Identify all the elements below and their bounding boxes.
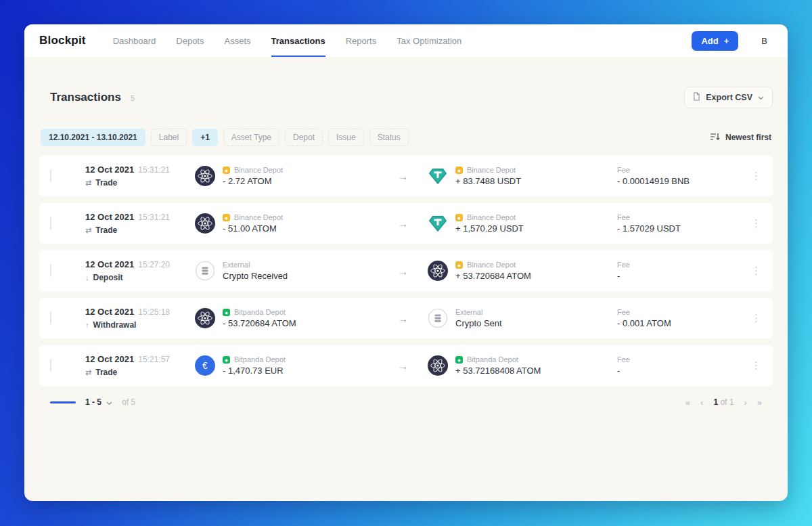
fee-value: - 1.57029 USDT [617,223,748,234]
chevron-down-icon [106,398,112,408]
row-menu-button[interactable]: ⋮ [748,217,765,229]
destination-depot-provider-icon: ◆ [455,167,463,174]
nav-item-label: Transactions [271,36,325,46]
last-page-button[interactable]: » [757,397,762,408]
destination-depot-line: ◆ Binance Depot [455,213,524,221]
fee-cell: Fee - [617,261,748,281]
destination-coin-icon: € [428,213,448,234]
nav-item-label: Dashboard [113,36,156,46]
atom-icon [195,308,215,328]
filter-chip[interactable]: Issue ✕ [328,129,364,146]
destination-amount: + 53.720684 ATOM [455,271,531,281]
source-coin-icon: € [195,213,215,234]
row-checkbox[interactable] [50,359,51,372]
filter-chip-label: Asset Type [231,133,271,142]
checkbox-cell [50,217,85,229]
sort-icon [710,133,720,143]
appbar-right: Add + B [692,31,773,51]
usdt-icon [428,213,448,234]
source-coin-icon: € [195,355,215,376]
destination-depot-provider-icon: ◆ [455,261,463,269]
transaction-date: 12 Oct 2021 [85,212,134,222]
range-label: 1 - 5 [85,397,102,407]
nav-item-label: Tax Optimization [397,36,461,46]
svg-text:€: € [202,360,208,371]
source-cell: € [195,308,398,328]
sort-control[interactable]: Newest first [710,133,771,143]
fee-label: Fee [617,308,748,316]
row-menu-button[interactable]: ⋮ [748,170,765,182]
row-checkbox[interactable] [50,217,51,229]
transaction-label[interactable]: ⇄ ↓ ↑ Trade [85,178,195,188]
transaction-date: 12 Oct 2021 [85,259,134,269]
filter-chip[interactable]: Depot ✕ [285,129,323,146]
nav-item[interactable]: Depots [176,24,204,57]
row-menu-button[interactable]: ⋮ [748,265,765,277]
first-page-button[interactable]: « [685,397,690,408]
filter-chip-label: +1 [200,133,210,142]
add-button-label: Add [701,36,718,46]
transaction-label[interactable]: ⇄ ↓ ↑ Withdrawal [85,320,195,330]
transaction-label-text: Trade [95,225,117,235]
fee-cell: Fee - 1.57029 USDT [617,213,748,234]
transaction-row: 12 Oct 202115:31:21 ⇄ ↓ ↑ Trade [39,203,773,244]
destination-depot-line: ◆ External [455,308,502,316]
nav-item-label: Assets [224,36,250,46]
destination-cell: € [428,213,617,234]
app-bar: Blockpit Dashboard Depots [24,24,788,57]
source-amount: - 51.00 ATOM [223,223,283,234]
row-checkbox[interactable] [50,311,51,324]
row-checkbox[interactable] [50,169,51,182]
filter-chips: 12.10.2021 - 13.10.2021 ✕ Label ✕ +1 ✕ [41,129,409,146]
transaction-label[interactable]: ⇄ ↓ ↑ Trade [85,225,195,235]
filter-chip[interactable]: Asset Type ✕ [223,129,279,146]
filter-row: 12.10.2021 - 13.10.2021 ✕ Label ✕ +1 ✕ [39,129,773,146]
export-csv-button[interactable]: Export CSV [684,87,773,108]
source-depot-name: Binance Depot [234,213,283,221]
transaction-label[interactable]: ⇄ ↓ ↑ Deposit [85,273,195,282]
user-avatar[interactable]: B [756,33,773,49]
source-amount: - 1,470.73 EUR [223,366,286,376]
filter-chip[interactable]: +1 ✕ [192,129,218,146]
filter-chip[interactable]: Label ✕ [151,129,187,146]
fee-cell: Fee - 0.001 ATOM [617,308,748,328]
transaction-label[interactable]: ⇄ ↓ ↑ Trade [85,368,195,377]
nav-item[interactable]: Dashboard [113,24,156,57]
nav-item[interactable]: Assets [224,24,250,57]
rows-per-page-select[interactable]: 1 - 5 [85,397,112,408]
nav-item[interactable]: Transactions [271,24,325,57]
transaction-time: 15:21:57 [138,355,170,364]
source-depot-line: ◆ Bitpanda Depot [223,355,286,364]
next-page-button[interactable]: › [744,397,746,408]
sort-label: Newest first [725,133,771,142]
filter-chip[interactable]: 12.10.2021 - 13.10.2021 ✕ [41,129,145,146]
source-depot-name: Bitpanda Depot [234,308,286,316]
filter-chip-label: Status [378,133,401,142]
row-menu-button[interactable]: ⋮ [748,312,765,324]
checkbox-cell [50,359,85,372]
destination-depot-line: ◆ Binance Depot [455,166,521,174]
source-text: ◆ Binance Depot - 51.00 ATOM [223,213,283,234]
row-checkbox[interactable] [50,264,51,277]
datetime-cell: 12 Oct 202115:31:21 ⇄ ↓ ↑ Trade [85,165,195,188]
withdrawal-icon: ↑ [85,321,89,329]
fee-label: Fee [617,261,748,269]
destination-depot-name: Binance Depot [467,213,516,221]
source-amount: - 2.72 ATOM [223,176,283,186]
destination-text: ◆ Binance Depot + 83.7488 USDT [455,166,521,186]
total-pages: of 1 [720,397,734,407]
range-indicator [50,401,76,403]
destination-depot-provider-icon: ◆ [455,214,463,221]
nav-item[interactable]: Tax Optimization [397,24,461,57]
source-coin-icon: € [195,308,215,328]
destination-amount: + 53.72168408 ATOM [455,366,541,376]
atom-icon [195,166,215,186]
export-csv-label: Export CSV [706,93,752,102]
filter-chip[interactable]: Status ✕ [369,129,409,146]
nav-item[interactable]: Reports [346,24,377,57]
prev-page-button[interactable]: ‹ [700,397,703,408]
row-menu-button[interactable]: ⋮ [748,359,765,372]
destination-depot-provider-icon: ◆ [455,356,463,364]
add-button[interactable]: Add + [692,31,738,51]
destination-text: ◆ Binance Depot + 1,570.29 USDT [455,213,524,234]
